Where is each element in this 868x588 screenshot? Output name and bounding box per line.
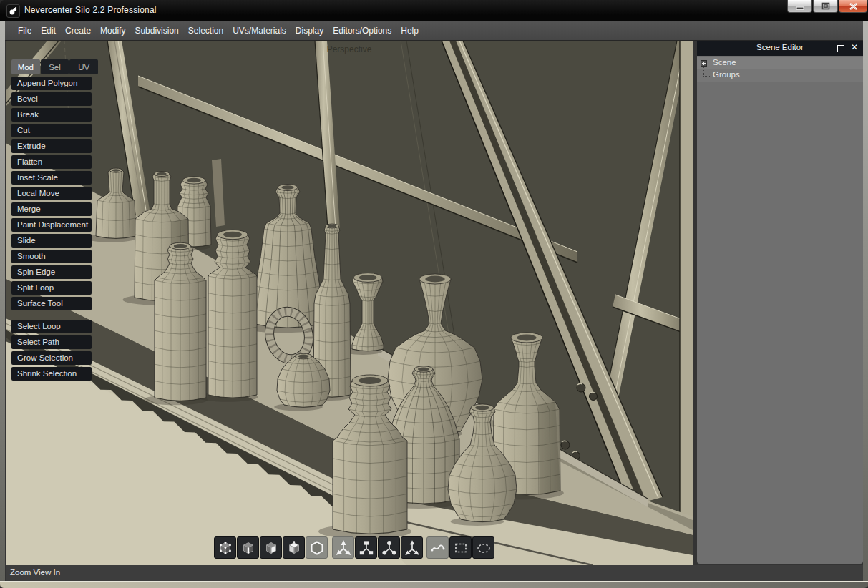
maximize-icon (814, 0, 837, 12)
tree-label: Scene (713, 58, 736, 67)
face-mode-button[interactable] (260, 536, 282, 559)
app-logo-icon (6, 4, 20, 18)
tool-append-polygon[interactable]: Append Polygon (11, 77, 92, 90)
minimize-button[interactable] (787, 0, 812, 13)
tool-grow-selection[interactable]: Grow Selection (11, 351, 92, 365)
tool-cut[interactable]: Cut (11, 124, 92, 137)
paint-select-button[interactable] (472, 536, 494, 559)
tree-item-scene[interactable]: Scene (697, 57, 863, 69)
menu-display[interactable]: Display (296, 26, 323, 36)
tree-connector (703, 67, 710, 77)
tool-shrink-selection[interactable]: Shrink Selection (11, 367, 92, 381)
panel-restore-icon[interactable] (837, 45, 844, 52)
menu-editors-options[interactable]: Editors/Options (333, 26, 391, 36)
bottle-mesh[interactable] (251, 185, 324, 328)
menu-modify[interactable]: Modify (100, 26, 125, 36)
close-icon (839, 0, 867, 12)
close-button[interactable] (839, 0, 867, 13)
menu-subdivision[interactable]: Subdivision (135, 26, 178, 36)
menu-edit[interactable]: Edit (41, 26, 56, 36)
menu-bar: File Edit Create Modify Subdivision Sele… (5, 21, 863, 41)
application-window: Nevercenter Silo 2.2 Professional File E… (0, 0, 868, 588)
menu-file[interactable]: File (18, 26, 31, 36)
move-manipulator-button[interactable] (332, 536, 354, 559)
tool-smooth[interactable]: Smooth (11, 250, 92, 263)
multi-mode-button[interactable] (306, 536, 328, 559)
tab-uv[interactable]: UV (69, 59, 98, 74)
tool-select-path[interactable]: Select Path (11, 335, 92, 349)
status-bar: Zoom View In (6, 565, 863, 581)
viewport-canvas[interactable]: Perspective (6, 41, 693, 565)
tool-paint-displacement[interactable]: Paint Displacement (11, 218, 92, 232)
tool-surface-tool[interactable]: Surface Tool (11, 297, 92, 310)
tool-bevel[interactable]: Bevel (11, 92, 92, 106)
tab-mod[interactable]: Mod (11, 59, 40, 74)
area-select-button[interactable] (449, 536, 472, 559)
window-title: Nevercenter Silo 2.2 Professional (24, 5, 157, 15)
manipulator-group (332, 536, 424, 559)
selection-style-group (426, 536, 495, 559)
maximize-button[interactable] (813, 0, 838, 13)
viewport-3d[interactable]: Perspective (6, 41, 693, 565)
scale-manipulator-button[interactable] (378, 536, 400, 559)
tool-local-move[interactable]: Local Move (11, 187, 92, 200)
window-border-left (0, 21, 5, 581)
expand-icon[interactable] (701, 60, 707, 67)
stile-bolts (561, 383, 598, 460)
tree-item-groups[interactable]: Groups (697, 69, 863, 82)
tool-split-loop[interactable]: Split Loop (11, 281, 92, 295)
edge-mode-button[interactable] (237, 536, 259, 559)
menu-create[interactable]: Create (65, 26, 91, 36)
panel-close-icon[interactable]: ✕ (851, 42, 858, 52)
menu-help[interactable]: Help (401, 26, 419, 36)
menu-selection[interactable]: Selection (188, 26, 223, 36)
tool-extrude[interactable]: Extrude (11, 139, 92, 153)
status-text: Zoom View In (10, 568, 60, 577)
title-bar[interactable]: Nevercenter Silo 2.2 Professional (0, 0, 868, 21)
tool-spin-edge[interactable]: Spin Edge (11, 265, 92, 279)
vertex-mode-button[interactable] (214, 536, 236, 559)
minimize-icon (788, 0, 811, 12)
tool-tabs: Mod Sel UV (11, 59, 99, 74)
tool-select-loop[interactable]: Select Loop (11, 320, 92, 333)
bottle-mesh[interactable] (352, 273, 384, 351)
tweak-select-button[interactable] (426, 536, 449, 559)
tool-inset-scale[interactable]: Inset Scale (11, 171, 92, 185)
tool-flatten[interactable]: Flatten (11, 155, 92, 169)
scene-editor-panel: Scene Editor ✕ Scene Groups (697, 41, 863, 564)
rotate-manipulator-button[interactable] (355, 536, 377, 559)
tab-sel[interactable]: Sel (41, 59, 69, 74)
bottle-mesh[interactable] (208, 230, 257, 398)
viewport-toolbar (214, 536, 495, 559)
tool-panel: Mod Sel UV Append Polygon Bevel Break Cu… (11, 59, 99, 383)
selection-mode-group (214, 536, 328, 559)
object-mode-button[interactable] (283, 536, 305, 559)
window-border-right (863, 21, 868, 581)
window-border-bottom (0, 581, 868, 588)
tree-label: Groups (713, 70, 740, 79)
viewport-label: Perspective (327, 44, 372, 54)
scene-editor-header[interactable]: Scene Editor ✕ (697, 41, 863, 56)
universal-manipulator-button[interactable] (401, 536, 423, 559)
menu-uvs-materials[interactable]: UVs/Materials (233, 26, 286, 36)
tool-break[interactable]: Break (11, 108, 92, 122)
tool-merge[interactable]: Merge (11, 202, 92, 216)
tool-slide[interactable]: Slide (11, 234, 92, 248)
